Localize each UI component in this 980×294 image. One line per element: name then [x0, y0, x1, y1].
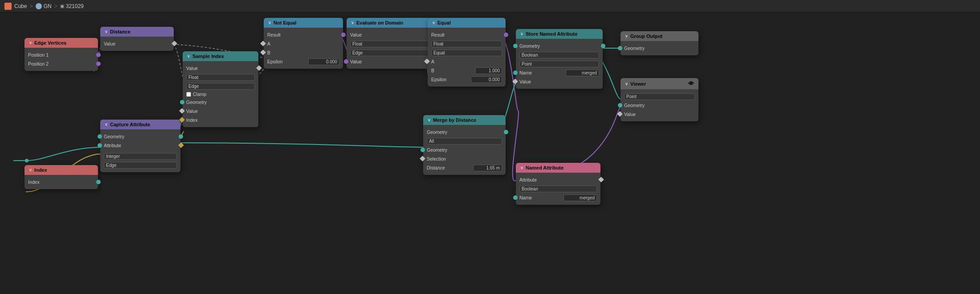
node-row-epsilon: Epsilon: [428, 75, 506, 84]
select-float[interactable]: Float: [431, 41, 502, 47]
socket-result-out[interactable]: [504, 33, 508, 37]
socket-name-in[interactable]: [513, 70, 518, 75]
label-a: A: [431, 59, 434, 64]
socket-val-in[interactable]: [512, 79, 518, 84]
label-result: Result: [431, 32, 445, 37]
breadcrumb-tree[interactable]: ▣ 321029: [60, 3, 84, 9]
socket-value-in[interactable]: [98, 143, 102, 148]
label-index-in: Index: [186, 117, 198, 123]
breadcrumb-cube[interactable]: Cube: [14, 3, 27, 9]
select-float[interactable]: Float: [186, 74, 255, 81]
node-row-val-in: Value: [347, 57, 433, 66]
socket-name-in[interactable]: [513, 195, 518, 200]
node-store-named-attribute-header[interactable]: ∨ Store Named Attribute: [516, 29, 603, 39]
socket-value-out[interactable]: [172, 41, 177, 46]
select-point[interactable]: Point: [519, 61, 599, 67]
socket-geo-in[interactable]: [98, 134, 102, 139]
socket-index-out[interactable]: [96, 180, 101, 184]
select-all[interactable]: All: [427, 138, 502, 145]
socket-geo-out[interactable]: [179, 134, 183, 139]
select-boolean[interactable]: Boolean: [519, 186, 597, 192]
label-geo: Geometry: [624, 103, 645, 108]
socket-geo-in[interactable]: [618, 46, 622, 50]
input-b[interactable]: [475, 67, 502, 74]
select-integer[interactable]: Integer: [104, 153, 177, 160]
socket-attr-out[interactable]: [178, 142, 184, 148]
node-row-distance: Distance: [423, 163, 506, 172]
socket-sel-in[interactable]: [420, 156, 425, 161]
node-merge-by-distance-header[interactable]: ∨ Merge by Distance: [423, 115, 506, 125]
node-viewer-header[interactable]: ∨ Viewer 👁: [621, 78, 698, 89]
select-boolean[interactable]: Boolean: [519, 52, 599, 58]
label-epsilon: Epsilon: [431, 77, 446, 82]
node-distance-header[interactable]: ∨ Distance: [100, 27, 174, 37]
select-edge[interactable]: Edge: [186, 83, 255, 90]
socket-a-in[interactable]: [260, 41, 266, 46]
node-row-geo: Geometry: [100, 132, 180, 141]
node-equal-header[interactable]: ∨ Equal: [428, 18, 506, 28]
node-title: Viewer: [630, 81, 646, 87]
node-group-output-header[interactable]: ∨ Group Output: [621, 31, 698, 41]
socket-geo-in[interactable]: [421, 148, 425, 152]
node-row-attr-out: Attribute: [516, 175, 600, 184]
node-not-equal-body: Result A B Epsilon: [264, 28, 343, 69]
socket-geo-out[interactable]: [601, 44, 605, 48]
socket-val-in[interactable]: [617, 111, 623, 117]
socket-geo-in[interactable]: [618, 103, 622, 108]
input-name[interactable]: [564, 195, 597, 201]
node-evaluate-on-domain-header[interactable]: ∨ Evaluate on Domain: [347, 18, 433, 28]
node-row-all: All: [423, 137, 506, 145]
node-capture-attribute-header[interactable]: ∨ Capture Attribute: [100, 120, 180, 129]
chevron-icon: ∨: [625, 82, 628, 86]
socket-val-out[interactable]: [256, 65, 262, 71]
socket-pos1-out[interactable]: [96, 53, 101, 57]
node-equal-body: Result Float Equal A B Epsilon: [428, 28, 506, 87]
socket-pos2-out[interactable]: [96, 62, 101, 66]
breadcrumb-gn[interactable]: GN: [36, 3, 52, 9]
socket-b-in[interactable]: [260, 50, 266, 55]
socket-val-in[interactable]: [179, 108, 185, 114]
select-equal[interactable]: Equal: [431, 50, 502, 56]
input-epsilon[interactable]: [308, 58, 339, 65]
node-row-type: Integer: [100, 152, 180, 161]
socket-geo-in[interactable]: [513, 44, 518, 48]
node-sample-index-header[interactable]: ∨ Sample Index: [183, 51, 258, 61]
select-float[interactable]: Float: [350, 41, 430, 47]
node-row-point: Point: [621, 92, 698, 101]
input-name[interactable]: [566, 70, 599, 76]
node-edge-vertices-header[interactable]: ∨ Edge Vertices: [24, 38, 98, 48]
node-row-boolean: Boolean: [516, 184, 600, 193]
input-epsilon[interactable]: [471, 76, 502, 83]
select-point[interactable]: Point: [624, 93, 695, 100]
socket-geo-in[interactable]: [180, 100, 184, 104]
select-edge[interactable]: Edge: [350, 50, 430, 56]
node-named-attribute-header[interactable]: ∨ Named Attribute: [516, 163, 600, 173]
eye-icon[interactable]: 👁: [688, 80, 694, 87]
node-group-icon: [36, 3, 42, 9]
topbar: Cube > GN > ▣ 321029: [0, 0, 980, 12]
socket-val-in[interactable]: [344, 59, 348, 64]
label-epsilon: Epsilon: [267, 59, 282, 64]
chevron-icon: ∨: [187, 54, 190, 58]
chevron-icon: ∨: [105, 29, 108, 34]
node-not-equal: ∨ Not Equal Result A B Epsilon: [264, 18, 343, 69]
node-row-point: Point: [516, 59, 603, 68]
socket-attr-out[interactable]: [598, 177, 604, 182]
node-index-header[interactable]: ∨ Index: [24, 165, 98, 175]
node-evaluate-on-domain-body: Value Float Edge Value: [347, 28, 433, 69]
node-capture-attribute: ∨ Capture Attribute Geometry Attribute I…: [100, 120, 180, 172]
label-b: B: [267, 50, 270, 55]
node-row-name: Name: [516, 193, 600, 202]
chevron-icon: ∨: [520, 166, 523, 170]
socket-result-out[interactable]: [341, 33, 346, 37]
select-edge[interactable]: Edge: [104, 162, 177, 169]
node-row-geo-in: Geometry: [621, 101, 698, 110]
input-distance[interactable]: [473, 165, 502, 171]
label-geo: Geometry: [104, 134, 124, 139]
checkbox-clamp[interactable]: [186, 92, 191, 97]
node-not-equal-header[interactable]: ∨ Not Equal: [264, 18, 343, 28]
node-title: Group Output: [630, 33, 662, 39]
socket-geo-out[interactable]: [504, 130, 508, 134]
node-index: ∨ Index Index: [24, 165, 98, 189]
label-value: Value: [350, 32, 362, 37]
